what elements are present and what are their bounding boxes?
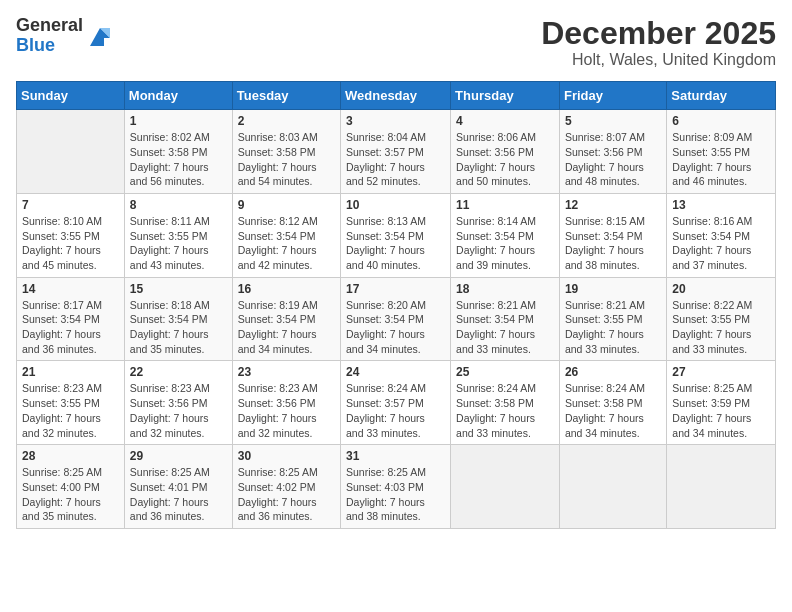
- day-number: 16: [238, 282, 335, 296]
- logo-text: General Blue: [16, 16, 83, 56]
- header-thursday: Thursday: [451, 82, 560, 110]
- calendar-cell: 17Sunrise: 8:20 AMSunset: 3:54 PMDayligh…: [341, 277, 451, 361]
- day-info: Sunrise: 8:06 AMSunset: 3:56 PMDaylight:…: [456, 130, 554, 189]
- calendar-cell: 12Sunrise: 8:15 AMSunset: 3:54 PMDayligh…: [559, 193, 666, 277]
- calendar-cell: 31Sunrise: 8:25 AMSunset: 4:03 PMDayligh…: [341, 445, 451, 529]
- calendar-cell: 27Sunrise: 8:25 AMSunset: 3:59 PMDayligh…: [667, 361, 776, 445]
- day-number: 23: [238, 365, 335, 379]
- day-number: 15: [130, 282, 227, 296]
- calendar-cell: 24Sunrise: 8:24 AMSunset: 3:57 PMDayligh…: [341, 361, 451, 445]
- day-number: 7: [22, 198, 119, 212]
- calendar-cell: 1Sunrise: 8:02 AMSunset: 3:58 PMDaylight…: [124, 110, 232, 194]
- day-info: Sunrise: 8:17 AMSunset: 3:54 PMDaylight:…: [22, 298, 119, 357]
- day-number: 17: [346, 282, 445, 296]
- day-info: Sunrise: 8:16 AMSunset: 3:54 PMDaylight:…: [672, 214, 770, 273]
- day-number: 19: [565, 282, 661, 296]
- day-info: Sunrise: 8:21 AMSunset: 3:54 PMDaylight:…: [456, 298, 554, 357]
- day-info: Sunrise: 8:24 AMSunset: 3:57 PMDaylight:…: [346, 381, 445, 440]
- day-info: Sunrise: 8:25 AMSunset: 4:01 PMDaylight:…: [130, 465, 227, 524]
- logo-blue: Blue: [16, 35, 55, 55]
- calendar-cell: 15Sunrise: 8:18 AMSunset: 3:54 PMDayligh…: [124, 277, 232, 361]
- day-number: 29: [130, 449, 227, 463]
- header-saturday: Saturday: [667, 82, 776, 110]
- calendar-week-4: 21Sunrise: 8:23 AMSunset: 3:55 PMDayligh…: [17, 361, 776, 445]
- calendar-header: Sunday Monday Tuesday Wednesday Thursday…: [17, 82, 776, 110]
- calendar-cell: 10Sunrise: 8:13 AMSunset: 3:54 PMDayligh…: [341, 193, 451, 277]
- day-info: Sunrise: 8:25 AMSunset: 3:59 PMDaylight:…: [672, 381, 770, 440]
- calendar-cell: 16Sunrise: 8:19 AMSunset: 3:54 PMDayligh…: [232, 277, 340, 361]
- day-info: Sunrise: 8:15 AMSunset: 3:54 PMDaylight:…: [565, 214, 661, 273]
- day-info: Sunrise: 8:25 AMSunset: 4:03 PMDaylight:…: [346, 465, 445, 524]
- calendar-cell: [451, 445, 560, 529]
- calendar-body: 1Sunrise: 8:02 AMSunset: 3:58 PMDaylight…: [17, 110, 776, 529]
- calendar-cell: 21Sunrise: 8:23 AMSunset: 3:55 PMDayligh…: [17, 361, 125, 445]
- day-info: Sunrise: 8:21 AMSunset: 3:55 PMDaylight:…: [565, 298, 661, 357]
- calendar-cell: 30Sunrise: 8:25 AMSunset: 4:02 PMDayligh…: [232, 445, 340, 529]
- day-number: 8: [130, 198, 227, 212]
- day-info: Sunrise: 8:22 AMSunset: 3:55 PMDaylight:…: [672, 298, 770, 357]
- day-info: Sunrise: 8:03 AMSunset: 3:58 PMDaylight:…: [238, 130, 335, 189]
- calendar-cell: 3Sunrise: 8:04 AMSunset: 3:57 PMDaylight…: [341, 110, 451, 194]
- day-number: 1: [130, 114, 227, 128]
- calendar-cell: 2Sunrise: 8:03 AMSunset: 3:58 PMDaylight…: [232, 110, 340, 194]
- calendar-cell: 6Sunrise: 8:09 AMSunset: 3:55 PMDaylight…: [667, 110, 776, 194]
- logo-icon: [86, 22, 114, 50]
- day-number: 25: [456, 365, 554, 379]
- calendar-table: Sunday Monday Tuesday Wednesday Thursday…: [16, 81, 776, 529]
- calendar-cell: 23Sunrise: 8:23 AMSunset: 3:56 PMDayligh…: [232, 361, 340, 445]
- day-info: Sunrise: 8:23 AMSunset: 3:56 PMDaylight:…: [130, 381, 227, 440]
- logo: General Blue: [16, 16, 114, 56]
- day-number: 2: [238, 114, 335, 128]
- header-tuesday: Tuesday: [232, 82, 340, 110]
- logo-general: General: [16, 15, 83, 35]
- calendar-cell: [559, 445, 666, 529]
- day-info: Sunrise: 8:13 AMSunset: 3:54 PMDaylight:…: [346, 214, 445, 273]
- page-header: General Blue December 2025 Holt, Wales, …: [16, 16, 776, 69]
- day-info: Sunrise: 8:23 AMSunset: 3:55 PMDaylight:…: [22, 381, 119, 440]
- calendar-cell: 14Sunrise: 8:17 AMSunset: 3:54 PMDayligh…: [17, 277, 125, 361]
- header-sunday: Sunday: [17, 82, 125, 110]
- day-number: 5: [565, 114, 661, 128]
- weekday-row: Sunday Monday Tuesday Wednesday Thursday…: [17, 82, 776, 110]
- header-friday: Friday: [559, 82, 666, 110]
- day-number: 18: [456, 282, 554, 296]
- day-number: 9: [238, 198, 335, 212]
- day-info: Sunrise: 8:09 AMSunset: 3:55 PMDaylight:…: [672, 130, 770, 189]
- day-number: 4: [456, 114, 554, 128]
- day-info: Sunrise: 8:10 AMSunset: 3:55 PMDaylight:…: [22, 214, 119, 273]
- day-info: Sunrise: 8:07 AMSunset: 3:56 PMDaylight:…: [565, 130, 661, 189]
- calendar-cell: [17, 110, 125, 194]
- day-info: Sunrise: 8:25 AMSunset: 4:02 PMDaylight:…: [238, 465, 335, 524]
- calendar-cell: 28Sunrise: 8:25 AMSunset: 4:00 PMDayligh…: [17, 445, 125, 529]
- day-number: 22: [130, 365, 227, 379]
- day-info: Sunrise: 8:18 AMSunset: 3:54 PMDaylight:…: [130, 298, 227, 357]
- day-info: Sunrise: 8:12 AMSunset: 3:54 PMDaylight:…: [238, 214, 335, 273]
- calendar-cell: 22Sunrise: 8:23 AMSunset: 3:56 PMDayligh…: [124, 361, 232, 445]
- calendar-cell: [667, 445, 776, 529]
- day-info: Sunrise: 8:19 AMSunset: 3:54 PMDaylight:…: [238, 298, 335, 357]
- calendar-cell: 18Sunrise: 8:21 AMSunset: 3:54 PMDayligh…: [451, 277, 560, 361]
- calendar-cell: 19Sunrise: 8:21 AMSunset: 3:55 PMDayligh…: [559, 277, 666, 361]
- calendar-week-1: 1Sunrise: 8:02 AMSunset: 3:58 PMDaylight…: [17, 110, 776, 194]
- calendar-cell: 7Sunrise: 8:10 AMSunset: 3:55 PMDaylight…: [17, 193, 125, 277]
- day-info: Sunrise: 8:11 AMSunset: 3:55 PMDaylight:…: [130, 214, 227, 273]
- calendar-cell: 29Sunrise: 8:25 AMSunset: 4:01 PMDayligh…: [124, 445, 232, 529]
- calendar-cell: 9Sunrise: 8:12 AMSunset: 3:54 PMDaylight…: [232, 193, 340, 277]
- title-block: December 2025 Holt, Wales, United Kingdo…: [541, 16, 776, 69]
- day-number: 20: [672, 282, 770, 296]
- day-number: 11: [456, 198, 554, 212]
- header-wednesday: Wednesday: [341, 82, 451, 110]
- day-number: 10: [346, 198, 445, 212]
- calendar-cell: 26Sunrise: 8:24 AMSunset: 3:58 PMDayligh…: [559, 361, 666, 445]
- calendar-week-5: 28Sunrise: 8:25 AMSunset: 4:00 PMDayligh…: [17, 445, 776, 529]
- day-number: 3: [346, 114, 445, 128]
- calendar-cell: 11Sunrise: 8:14 AMSunset: 3:54 PMDayligh…: [451, 193, 560, 277]
- calendar-cell: 4Sunrise: 8:06 AMSunset: 3:56 PMDaylight…: [451, 110, 560, 194]
- day-info: Sunrise: 8:25 AMSunset: 4:00 PMDaylight:…: [22, 465, 119, 524]
- day-number: 27: [672, 365, 770, 379]
- day-info: Sunrise: 8:14 AMSunset: 3:54 PMDaylight:…: [456, 214, 554, 273]
- calendar-cell: 13Sunrise: 8:16 AMSunset: 3:54 PMDayligh…: [667, 193, 776, 277]
- calendar-cell: 5Sunrise: 8:07 AMSunset: 3:56 PMDaylight…: [559, 110, 666, 194]
- day-number: 26: [565, 365, 661, 379]
- calendar-week-3: 14Sunrise: 8:17 AMSunset: 3:54 PMDayligh…: [17, 277, 776, 361]
